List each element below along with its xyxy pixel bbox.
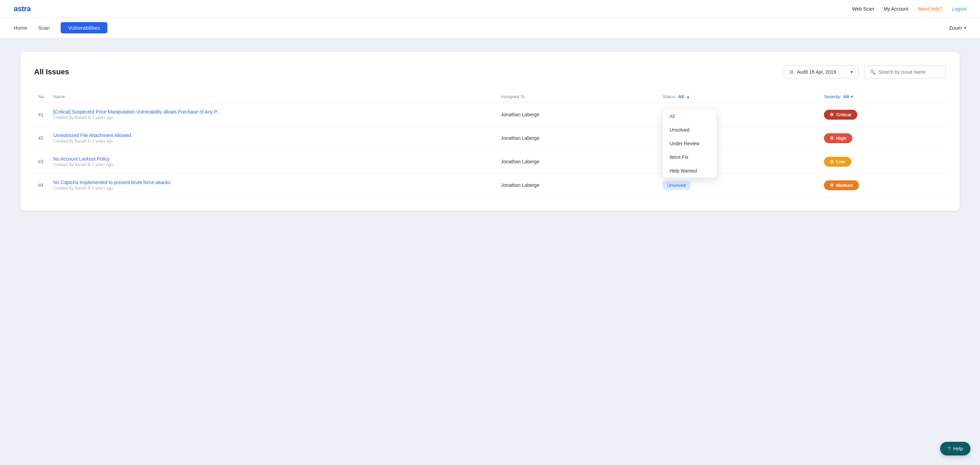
table-body: #1 [Critical] Suspected Price Manipulati… [34,103,946,197]
row-assigned-4: Jonathan Laberge [497,174,658,197]
table-row: #1 [Critical] Suspected Price Manipulati… [34,103,946,126]
user-name: Zoum [949,25,962,31]
funnel-icon: ⊟ [789,69,794,75]
need-help-link[interactable]: Need help? [918,6,942,11]
issue-meta-4: Created By Barath B 2 years ago [53,186,113,191]
col-assigned: Assigned To [497,91,658,103]
row-num-1: #1 [34,103,49,126]
issues-title: All Issues [34,67,69,76]
status-all-label: All [678,94,684,99]
severity-header[interactable]: Severity: All ▾ [824,94,942,99]
chevron-down-icon: ▾ [964,25,966,30]
issues-card: All Issues ⊟ Audit 18 Apr, 2019 ▾ 🔍 [21,52,959,211]
severity-all-label: All [843,94,849,99]
col-status: Status: All ▲ All Unsolved Under Review [658,91,820,103]
row-name-2: Unrestricted File Attachment Allowed Cre… [49,126,497,150]
status-label: Status: [662,94,676,99]
top-nav: astra Web Scan My Account Need help? Log… [0,0,980,18]
search-icon: 🔍 [870,69,876,75]
issue-link-3[interactable]: No Account Lockout Policy [53,156,493,162]
row-assigned-1: Jonathan Laberge [497,103,658,126]
web-scan-link[interactable]: Web Scan [852,6,874,11]
help-label: Help [953,446,963,451]
row-severity-4: Medium [820,174,946,197]
row-name-3: No Account Lockout Policy Created By Bar… [49,150,497,174]
status-col-wrapper: Status: All ▲ All Unsolved Under Review [662,94,816,99]
row-assigned-2: Jonathan Laberge [497,126,658,150]
severity-chevron-icon: ▾ [851,94,853,99]
row-severity-2: High [820,126,946,150]
issue-link-1[interactable]: [Critical] Suspected Price Manipulation … [53,109,493,115]
nav-home[interactable]: Home [14,24,27,32]
row-name-1: [Critical] Suspected Price Manipulation … [49,103,497,126]
row-assigned-3: Jonathan Laberge [497,150,658,174]
logout-link[interactable]: Logout [952,6,966,11]
row-severity-1: Critical [820,103,946,126]
issue-link-2[interactable]: Unrestricted File Attachment Allowed [53,133,493,138]
row-num-4: #4 [34,174,49,197]
issue-meta-2: Created By Barath B 2 years ago [53,139,113,143]
col-severity: Severity: All ▾ [820,91,946,103]
user-menu[interactable]: Zoum ▾ [949,25,966,31]
col-no: No. [34,91,49,103]
help-button[interactable]: ? Help [940,442,970,455]
my-account-link[interactable]: My Account [884,6,908,11]
row-num-3: #3 [34,150,49,174]
audit-filter-label: Audit 18 Apr, 2019 [797,69,836,75]
main-nav: Home Scan Vulnerabilities Zoum ▾ [0,18,980,38]
help-icon: ? [948,446,950,451]
issue-meta-1: Created By Barath B 2 years ago [53,115,113,120]
table-header-row: No. Name Assigned To Status: All ▲ [34,91,946,103]
row-num-2: #2 [34,126,49,150]
status-chevron-icon: ▲ [686,94,690,99]
dropdown-item-under-review[interactable]: Under Review [663,137,717,150]
dropdown-item-all[interactable]: All [663,110,717,123]
dropdown-scroll: All Unsolved Under Review Wont Fix Help … [663,110,717,178]
issues-header-controls: ⊟ Audit 18 Apr, 2019 ▾ 🔍 [784,65,946,78]
table-row: #3 No Account Lockout Policy Created By … [34,150,946,174]
dropdown-item-unsolved[interactable]: Unsolved [663,123,717,137]
audit-filter[interactable]: ⊟ Audit 18 Apr, 2019 ▾ [784,65,859,78]
main-nav-left: Home Scan Vulnerabilities [14,22,107,33]
top-nav-links: Web Scan My Account Need help? Logout [852,6,966,11]
table-row: #4 No Captcha Implemented to prevent bru… [34,174,946,197]
dropdown-item-help-wanted[interactable]: Help Wanted [663,164,717,178]
col-name: Name [49,91,497,103]
status-dropdown: All Unsolved Under Review Wont Fix Help … [662,109,717,178]
status-header[interactable]: Status: All ▲ [662,94,816,99]
search-input[interactable] [878,69,940,75]
issue-meta-3: Created By Barath B 2 years ago [53,162,113,167]
search-box: 🔍 [864,65,946,78]
row-name-4: No Captcha Implemented to prevent brute … [49,174,497,197]
audit-chevron-icon: ▾ [851,69,853,75]
nav-vulnerabilities[interactable]: Vulnerabilities [60,22,107,33]
nav-scan[interactable]: Scan [38,24,50,32]
issue-link-4[interactable]: No Captcha Implemented to prevent brute … [53,180,493,185]
issues-header: All Issues ⊟ Audit 18 Apr, 2019 ▾ 🔍 [34,65,946,78]
table-row: #2 Unrestricted File Attachment Allowed … [34,126,946,150]
dropdown-item-wont-fix[interactable]: Wont Fix [663,150,717,164]
row-severity-3: Low [820,150,946,174]
issues-table: No. Name Assigned To Status: All ▲ [34,91,946,197]
page-content: All Issues ⊟ Audit 18 Apr, 2019 ▾ 🔍 [0,38,980,224]
brand-logo: astra [14,5,31,13]
severity-label: Severity: [824,94,841,99]
